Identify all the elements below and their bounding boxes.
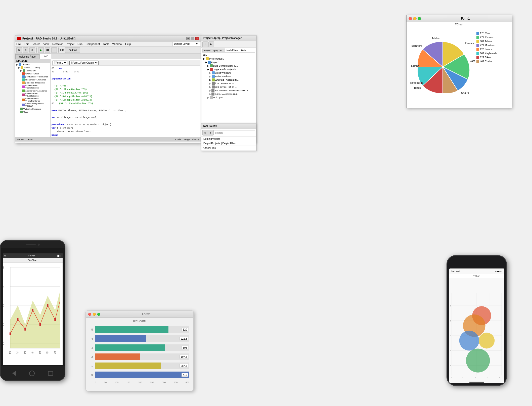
code-editor[interactable]: TForm1 TForm1.FormCreate 30 var 31 Form1… <box>51 59 201 137</box>
x-label-400: 400 <box>186 381 189 384</box>
tree-candleseries: candleSeries: TCandleSeries <box>15 84 50 89</box>
svg-text:1: 1 <box>462 377 463 379</box>
ide-close[interactable]: × <box>195 37 199 40</box>
pm-build-btn[interactable]: ▶ <box>208 41 214 47</box>
minimize-button[interactable] <box>413 17 417 20</box>
tree-published: ▶ Published <box>15 69 50 72</box>
layout-dropdown[interactable]: Default Layout ▼ <box>172 42 200 46</box>
history-tab[interactable]: History <box>192 138 199 141</box>
method-selector[interactable]: TForm1.FormCreate <box>69 61 99 65</box>
toolbar-save[interactable]: S <box>29 47 35 53</box>
bar-row-4: 4 222.5 <box>90 335 189 342</box>
tree-pointseries: pointSeries: TPointSeries <box>15 75 50 78</box>
pie-chart-svg <box>415 39 470 95</box>
bar-window-close[interactable] <box>88 313 91 316</box>
bar-label-1: 1 <box>90 365 93 367</box>
menu-search[interactable]: Search <box>32 42 40 46</box>
tab-unit1[interactable]: Unit1 <box>39 54 52 59</box>
android-home-btn[interactable] <box>29 371 35 376</box>
bar-row-3: 3 305 <box>90 344 189 351</box>
toolbar-separator-1 <box>36 48 37 53</box>
project-manager-title: Project1.dproj - Project Manager <box>203 37 242 39</box>
pm-tab-data[interactable]: Data <box>240 49 247 52</box>
design-tab[interactable]: Design <box>183 138 190 141</box>
pie-chart-content: Tables Monitors Phones Cars Chairs Bikes… <box>407 27 512 107</box>
tree-label-formcreate: FormCreate(Sender: TObject) <box>25 103 49 107</box>
android-status-left: N <box>4 255 6 257</box>
pie-legend: 170 Cars 772 Phones 801 Tables 477 Monit… <box>476 29 509 104</box>
palette-delphi-files[interactable]: Delphi Projects | Delphi Files <box>201 141 256 146</box>
code-line-31: 31 Form1: TForm1; <box>52 70 200 74</box>
android-phone: N 4:40 AM ▌▌▌ TeeChart <box>0 240 65 381</box>
menu-project[interactable]: Project <box>66 42 74 46</box>
tree-label-lineseries: lineSeries: TLineSeries <box>25 79 46 81</box>
bar-value-3: 305 <box>182 346 188 350</box>
bar-chart-window: Form1 TeeChart1 5 320 4 222.5 3 305 <box>85 310 194 391</box>
menu-file[interactable]: File <box>16 42 21 46</box>
form-selector[interactable]: TForm1 <box>53 61 67 65</box>
bar-row-0: 0 410 <box>90 372 189 378</box>
toolbar-separator-2 <box>58 48 59 53</box>
pm-label-projectgroup: ProjectGroup1 <box>209 58 224 60</box>
toolbar-new[interactable]: N <box>16 47 22 53</box>
legend-label-lamps: 928 Lamps <box>480 48 492 51</box>
close-button[interactable] <box>409 17 412 20</box>
pm-icon-projectgroup <box>206 57 209 60</box>
pm-tab-model[interactable]: Model View <box>225 49 240 52</box>
bar-fill-0 <box>95 372 189 378</box>
code-tab[interactable]: Code <box>175 138 181 141</box>
toolbar-android-btn[interactable]: Android <box>65 47 80 53</box>
bar-window-title: Form1 <box>102 312 191 316</box>
palette-toolbar-btn1[interactable]: ⊞ <box>202 130 208 136</box>
pie-window-titlebar: Form1 <box>407 15 512 22</box>
tree-label-pointseries: pointSeries: TPointSeries <box>25 76 48 78</box>
android-back-btn[interactable] <box>12 371 16 376</box>
toolbar-run[interactable]: ▶ <box>38 47 44 53</box>
palette-item-label-2: Delphi Projects | Delphi Files <box>203 142 236 145</box>
toolbar-debug[interactable]: ⬛ <box>45 47 50 53</box>
code-line-impl: implementation <box>52 77 200 81</box>
tree-icon-bubbleseries <box>22 94 25 96</box>
menu-help[interactable]: Help <box>125 42 131 46</box>
search-box: ⊞ ▶ <box>201 129 256 137</box>
bar-label-5: 5 <box>90 328 93 331</box>
bar-window-max[interactable] <box>97 313 100 316</box>
pie-label-keyboards: Keyboards <box>410 81 423 84</box>
bar-window-min[interactable] <box>93 313 96 316</box>
svg-rect-9 <box>24 328 26 331</box>
menu-window[interactable]: Window <box>112 42 122 46</box>
tree-areaseries: areaSeries: TAreaSeries <box>15 89 50 92</box>
tree-variables: Variables/Constants <box>15 107 50 110</box>
bar-track-3: 305 <box>95 344 189 351</box>
pm-new-btn[interactable]: + <box>202 41 208 47</box>
menu-run[interactable]: Run <box>77 42 82 46</box>
svg-text:5: 5 <box>3 265 5 270</box>
android-recent-btn[interactable] <box>48 371 53 376</box>
menu-refactor[interactable]: Refactor <box>52 42 63 46</box>
ide-tabs: Welcome Page Unit1 <box>15 54 201 59</box>
menu-view[interactable]: View <box>43 42 50 46</box>
palette-other-files[interactable]: Other Files <box>201 146 256 150</box>
statusbar-position: 58: 46 <box>17 138 24 141</box>
menu-component[interactable]: Component <box>85 42 100 46</box>
maximize-button[interactable] <box>418 17 421 20</box>
pm-tab-project[interactable]: Project1.dproj - P... <box>202 49 225 52</box>
toolbar-step[interactable]: ↓ <box>51 47 57 53</box>
structure-header: Structure <box>15 59 50 63</box>
legend-color-bikes <box>476 56 479 59</box>
ide-maximize[interactable]: □ <box>191 37 194 40</box>
ide-toolbar: N O S ▶ ⬛ ↓ File Android <box>15 47 201 54</box>
ide-minimize[interactable]: – <box>186 37 190 40</box>
menu-tools[interactable]: Tools <box>103 42 109 46</box>
palette-search-input[interactable] <box>213 130 255 135</box>
palette-delphi-projects[interactable]: Delphi Projects <box>201 137 256 141</box>
bar-label-3: 3 <box>90 346 93 349</box>
svg-rect-13 <box>54 318 56 321</box>
tab-welcome[interactable]: Welcome Page <box>15 54 39 59</box>
toolbar-open[interactable]: O <box>23 47 28 53</box>
legend-label-keyboards: 867 Keyboards <box>480 52 497 55</box>
palette-item-label-1: Delphi Projects <box>203 138 220 140</box>
bar-fill-3 <box>95 344 165 351</box>
menu-edit[interactable]: Edit <box>24 42 29 46</box>
palette-toolbar-btn2[interactable]: ▶ <box>208 130 213 136</box>
